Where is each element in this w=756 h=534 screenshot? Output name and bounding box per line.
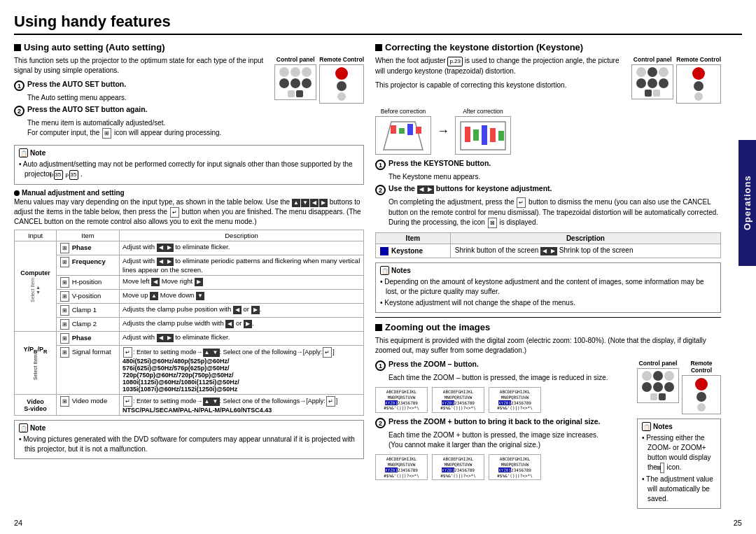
step-1: 1 Press the AUTO SET button. — [14, 80, 269, 91]
item-icon: ⊞ — [60, 319, 69, 330]
nav: ▶ — [244, 320, 252, 328]
select-item-label: Select Item — [30, 278, 35, 302]
remote-label: Remote Control — [319, 56, 364, 63]
enter-icon: ↵ — [170, 207, 179, 218]
svg-marker-0 — [384, 122, 423, 150]
note-item: • The adjustment value will automaticall… — [642, 475, 716, 504]
ref-box: p.35 — [69, 170, 79, 180]
panel-btn-small — [645, 90, 652, 97]
table-header-input: Input — [15, 230, 57, 241]
input-label-video: VideoS-video — [15, 395, 57, 416]
panel-btn — [290, 67, 300, 77]
panel-btn-small — [653, 90, 660, 97]
panel-btn — [648, 78, 657, 88]
bottom-note: 📋 Note • Moving pictures generated with … — [14, 420, 364, 459]
nav: ◀ — [417, 185, 426, 194]
zoom-intro: This equipment is provided with the digi… — [375, 336, 721, 356]
keystone-item: Keystone — [376, 244, 451, 258]
zoom-step-1: 1 Press the ZOOM – button. — [375, 360, 630, 371]
zoom-step-1-desc: Each time the ZOOM – button is pressed, … — [388, 373, 630, 383]
svg-rect-2 — [399, 128, 405, 134]
table-row: Y/PB/PR Select Item ⊞ Phase Adjust with … — [15, 332, 364, 346]
note-item: • Keystone adjustment will not change th… — [380, 298, 716, 308]
table-cell-desc: Adjusts the clamp pulse position with ◀ … — [120, 304, 364, 318]
zoom-text: ABCDEFGHIJKL MNOPQRSTUVW XYZ0123456789 #… — [377, 389, 426, 411]
svg-rect-10 — [498, 131, 504, 141]
panel-btn-small — [659, 393, 666, 400]
keystone-panel-label: Control panel — [631, 56, 673, 63]
nav-down: ▼ — [301, 199, 309, 207]
table-row: Computer Select Item ▲▼ ⊞ Phase Adju — [15, 241, 364, 255]
table-cell-item: ⊞ Phase — [57, 332, 120, 346]
table-cell-desc: ↵: Enter to setting mode→▲▼: Select one … — [120, 346, 364, 395]
keystone-step-2-desc: On completing the adjustment, press the … — [388, 197, 721, 228]
svg-rect-3 — [407, 124, 413, 135]
step-2: 2 Press the AUTO SET button again. — [14, 105, 269, 116]
ref-box: p.35 — [54, 170, 64, 180]
zoom-images-bottom: ABCDEFGHIJKL MNOPQRSTUVW XYZ0123456789 #… — [375, 454, 630, 480]
control-panel-diagram — [274, 64, 316, 100]
nav: ◀ — [225, 320, 234, 328]
section-icon — [14, 44, 21, 51]
note-item: • Pressing either the ZOOM- or ZOOM+ but… — [642, 433, 716, 473]
keystone-control-panel — [631, 64, 673, 99]
keystone-notes: 📋 Notes • Depending on the amount of key… — [375, 262, 721, 313]
icon: ↵ — [323, 347, 332, 358]
left-column: Using auto setting (Auto setting) This f… — [14, 42, 364, 513]
table-header-desc: Description — [120, 230, 364, 241]
select-item-label-b: ▲▼ — [36, 286, 41, 295]
nav: ▲ — [203, 349, 211, 357]
keystone-label: Keystone — [391, 247, 423, 255]
panel-btn — [659, 67, 668, 77]
table-header-item: Item — [57, 230, 120, 241]
zoom-text: ABCDEFGHIJKL MNOPQRSTUVW XYZ0123456789 #… — [377, 456, 426, 478]
zoom-text: ABCDEFGHIJKL MNOPQRSTUVW XYZ0123456789 #… — [491, 456, 539, 478]
remote-btn — [697, 403, 706, 412]
manual-desc: Menu values may vary depending on the in… — [14, 198, 364, 225]
zoom-img: ABCDEFGHIJKL MNOPQRSTUVW XYZ0123456789 #… — [375, 387, 428, 413]
nav: ◀ — [151, 278, 160, 286]
table-cell-item: ⊞ V-position — [57, 290, 120, 304]
before-diagram — [375, 116, 431, 155]
svg-rect-7 — [473, 129, 479, 141]
keystone-desc: Shrink button of the screen ◀▶ Shrink to… — [450, 244, 720, 258]
zoom-control-panel — [637, 368, 679, 403]
item-icon: ⊞ — [60, 305, 69, 316]
item-label-phase2: Phase — [72, 334, 92, 342]
zoom-img: ABCDEFGHIJKL MNOPQRSTUVW XYZ0123456789 #… — [432, 454, 484, 480]
keystone-step-1-desc: The Keystone menu appears. — [388, 172, 721, 182]
svg-rect-9 — [490, 128, 496, 142]
panel-btn — [302, 67, 312, 77]
icon: ↵ — [326, 396, 335, 407]
nav: ▶ — [549, 247, 557, 255]
keystone-remote-label: Remote Control — [676, 56, 721, 63]
note-icon: 📋 — [380, 266, 389, 275]
table-cell-desc: Adjust with ◀▶ to eliminate flicker. — [120, 241, 364, 255]
zoom-img: ABCDEFGHIJKL MNOPQRSTUVW XYZ0123456789 #… — [375, 454, 428, 480]
nav: ◀ — [157, 244, 165, 252]
adjustment-table: Input Item Description Computer Select I… — [14, 230, 364, 416]
item-icon: ⊞ — [60, 277, 69, 288]
table-row: ⊞ Frequency Adjust with ◀▶ to eliminate … — [15, 255, 364, 276]
operations-tab: Operations — [738, 140, 756, 266]
keystone-intro: When the foot adjuster p.23 is used to c… — [375, 56, 626, 76]
table-cell-item: ⊞ Clamp 1 — [57, 304, 120, 318]
keystone-step-1: 1 Press the KEYSTONE button. — [375, 159, 721, 170]
page-title: Using handy features — [14, 13, 742, 35]
item-icon: ⊞ — [60, 257, 69, 267]
zoom-img: ABCDEFGHIJKL MNOPQRSTUVW XYZ0123456789 #… — [489, 454, 541, 480]
nav: ◀ — [540, 247, 549, 255]
zoom-panel-label: Control panel — [637, 360, 679, 367]
section-icon — [375, 44, 382, 51]
zoom-step-2-desc: Each time the ZOOM + button is pressed, … — [388, 430, 630, 450]
panel-btn — [664, 371, 674, 381]
nav: ▶ — [195, 278, 203, 286]
zoom-step-2: 2 Press the ZOOM + button to bring it ba… — [375, 417, 630, 428]
nav: ▼ — [211, 398, 220, 406]
icon: ↵ — [517, 197, 526, 208]
table-cell-desc: Adjusts the clamp pulse width with ◀ or … — [120, 318, 364, 332]
panel-btn — [636, 67, 646, 77]
panel-btn — [279, 78, 289, 88]
nav: ▶ — [165, 244, 174, 252]
icon-box: ⊞ — [102, 128, 111, 139]
